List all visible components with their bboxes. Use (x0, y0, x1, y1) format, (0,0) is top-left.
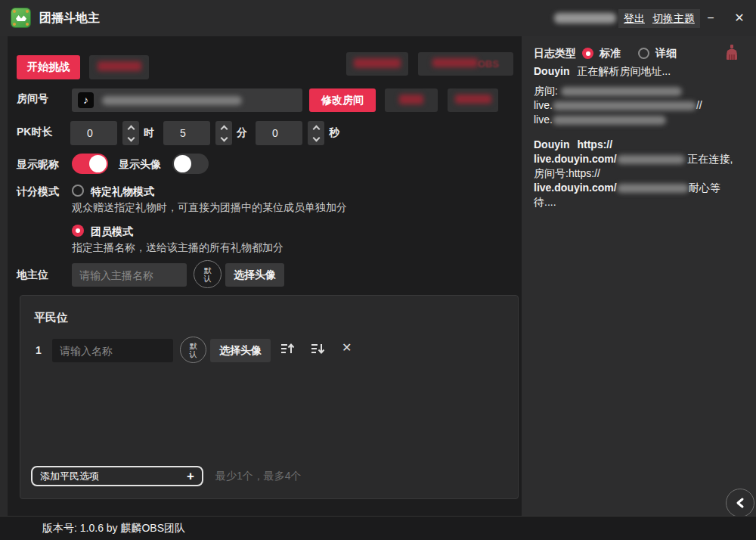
spin-down-icon[interactable] (312, 134, 320, 141)
redacted-url (553, 101, 696, 110)
show-nickname-toggle[interactable] (72, 154, 108, 174)
modify-room-button[interactable]: 修改房间 (309, 88, 376, 112)
remove-row-icon[interactable]: ✕ (342, 340, 352, 355)
log-line: 待.... (534, 196, 556, 209)
redacted-room-id (617, 184, 689, 193)
hour-unit-label: 时 (144, 126, 154, 140)
pk-hours-spinner[interactable] (122, 121, 139, 145)
civilian-title: 平民位 (34, 311, 68, 325)
chevron-left-icon (734, 497, 746, 509)
tiktok-icon: ♪ (78, 92, 94, 108)
civilian-default-button[interactable]: 默认 (180, 337, 206, 363)
pk-duration-label: PK时长 (17, 126, 52, 139)
window-title: 团播斗地主 (39, 11, 100, 26)
collapse-panel-button[interactable] (726, 489, 754, 517)
landlord-name-input[interactable] (72, 263, 187, 287)
redacted-button-1[interactable] (89, 55, 149, 79)
obs-button[interactable]: OBS (418, 52, 513, 76)
obs-button-partial-label: OBS (478, 58, 499, 70)
minimize-button[interactable]: − (697, 5, 724, 32)
team-mode-title: 团员模式 (91, 225, 133, 239)
plus-icon: + (187, 469, 194, 484)
show-nickname-label: 显示昵称 (17, 158, 59, 172)
redacted-room-id (617, 155, 685, 164)
redacted-button-2[interactable] (346, 52, 408, 76)
civilian-choose-avatar-button[interactable]: 选择头像 (210, 339, 271, 362)
log-line: live.// (534, 99, 702, 111)
spin-down-icon[interactable] (220, 134, 228, 141)
redacted-username (554, 13, 616, 23)
second-unit-label: 秒 (329, 126, 339, 140)
landlord-choose-avatar-button[interactable]: 选择头像 (225, 263, 284, 287)
pk-hours-input[interactable] (70, 121, 117, 145)
spin-up-icon[interactable] (127, 125, 135, 132)
civilian-row-index: 1 (36, 344, 42, 356)
pk-seconds-spinner[interactable] (308, 121, 324, 145)
room-number-input[interactable]: ♪ (72, 88, 302, 112)
scoring-mode-label: 计分模式 (17, 185, 59, 199)
gift-mode-desc: 观众赠送指定礼物时，可直接为团播中的某位成员单独加分 (72, 201, 347, 215)
log-line: Douyin正在解析房间地址... (534, 65, 671, 79)
log-panel: 日志类型 标准 详细 Douyin正在解析房间地址... 房间: live.//… (522, 36, 756, 516)
app-logo-icon (11, 8, 31, 28)
clear-log-icon[interactable] (724, 44, 739, 64)
spin-up-icon[interactable] (220, 125, 228, 132)
minute-unit-label: 分 (237, 126, 247, 140)
start-challenge-button[interactable]: 开始挑战 (17, 55, 80, 79)
log-line: live.douyin.com/ 正在连接, (534, 153, 733, 166)
close-button[interactable]: ✕ (726, 5, 753, 32)
switch-theme-button[interactable]: 切换主题 (647, 9, 700, 28)
version-text: 版本号: 1.0.6 by 麒麟OBS团队 (42, 517, 185, 540)
show-avatar-toggle[interactable] (172, 154, 209, 174)
log-type-label: 日志类型 (534, 47, 576, 61)
spin-down-icon[interactable] (127, 134, 135, 141)
landlord-label: 地主位 (17, 268, 48, 282)
log-standard-label: 标准 (600, 47, 621, 61)
pk-minutes-input[interactable] (163, 121, 210, 145)
log-line: live. (534, 113, 666, 126)
team-mode-desc: 指定主播名称，送给该主播的所有礼物都加分 (72, 241, 284, 255)
room-number-label: 房间号 (17, 92, 48, 106)
gift-mode-radio[interactable] (72, 185, 84, 197)
redacted-button-4[interactable] (448, 88, 498, 112)
add-civilian-button[interactable]: 添加平民选项 + (31, 466, 203, 486)
add-civilian-label: 添加平民选项 (40, 470, 99, 483)
log-detailed-label: 详细 (655, 47, 677, 61)
log-standard-radio[interactable] (582, 48, 593, 59)
spin-up-icon[interactable] (312, 125, 320, 132)
move-down-icon[interactable] (311, 342, 326, 358)
pk-seconds-input[interactable] (256, 121, 302, 145)
title-bar: 团播斗地主 登出 切换主题 − ✕ (0, 0, 756, 36)
app-window: 团播斗地主 登出 切换主题 − ✕ 开始挑战 OBS 房间号 ♪ 修改房间 PK… (0, 0, 756, 540)
status-bar: 版本号: 1.0.6 by 麒麟OBS团队 (0, 516, 756, 540)
civilian-section: 平民位 1 默认 选择头像 ✕ 添加平民选项 + 最少1个，最多4个 (20, 295, 519, 499)
civilian-count-hint: 最少1个，最多4个 (215, 470, 302, 483)
settings-panel: 开始挑战 OBS 房间号 ♪ 修改房间 PK时长 时 分 秒 显示昵称 (8, 36, 522, 516)
pk-minutes-spinner[interactable] (215, 121, 232, 145)
show-avatar-label: 显示头像 (119, 158, 161, 172)
redacted-button-3[interactable] (385, 88, 438, 112)
log-line: 房间号:https:// (534, 167, 600, 181)
logout-button[interactable]: 登出 (618, 9, 650, 28)
log-line: Douyinhttps:// (534, 138, 612, 151)
log-line: live.douyin.com/耐心等 (534, 182, 720, 195)
log-detailed-radio[interactable] (638, 48, 649, 59)
redacted-url (553, 116, 666, 125)
landlord-default-button[interactable]: 默认 (194, 260, 222, 288)
redacted-room-id (102, 96, 242, 105)
redacted-room-info (561, 87, 682, 96)
civilian-name-input[interactable] (52, 339, 173, 362)
team-mode-radio[interactable] (72, 225, 84, 237)
gift-mode-title: 特定礼物模式 (91, 185, 154, 199)
log-line: 房间: (534, 85, 682, 98)
move-up-icon[interactable] (280, 342, 296, 358)
